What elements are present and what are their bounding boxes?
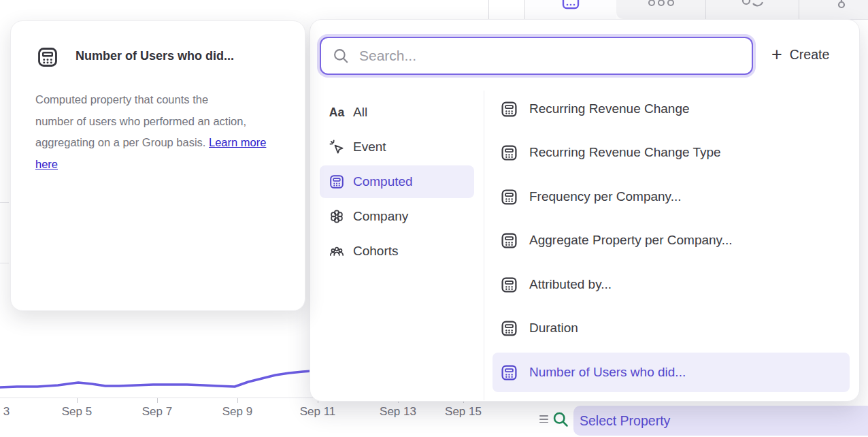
property-item[interactable]: Attributed by... [493,265,850,304]
inactive-tab-group [616,0,868,19]
retention-icon [741,0,765,7]
insights-board-icon [562,0,580,10]
tooltip-body-line: Computed property that counts the [35,89,282,111]
select-property-button[interactable]: Select Property [573,406,868,436]
calculator-icon [500,319,518,338]
flows-icon [837,0,846,10]
property-tooltip-card: Number of Users who did... Computed prop… [10,20,305,311]
calculator-icon [500,188,518,206]
toolbar-divider [488,0,489,20]
axis-tick [77,398,78,403]
tab-funnels[interactable] [616,0,705,19]
axis-label: Sep 13 [380,405,416,419]
property-item[interactable]: Frequency per Company... [493,177,850,216]
cohorts-people-icon [328,243,346,259]
calculator-icon [500,231,518,250]
search-input-wrapper [320,37,753,75]
property-item[interactable]: Recurring Revenue Change Type [493,133,850,172]
panel-divider [484,91,484,400]
select-property-label: Select Property [580,413,670,429]
calculator-icon [500,276,518,294]
drag-handle-icon[interactable] [539,415,549,425]
property-item[interactable]: Recurring Revenue Change [493,89,850,129]
tab-flows[interactable] [799,0,868,19]
category-event[interactable]: Event [320,131,474,163]
chart-type-tabs [525,0,868,19]
calculator-icon [500,363,518,382]
calculator-icon [36,46,59,69]
axis-label: Sep 15 [445,405,482,419]
category-computed[interactable]: Computed [320,165,474,198]
axis-label: Sep 9 [222,405,252,419]
property-item[interactable]: Duration [493,308,850,348]
tab-insights[interactable] [525,0,616,19]
category-all[interactable]: Aa All [320,96,474,129]
event-click-icon [328,140,346,155]
calculator-icon [328,174,346,190]
search-icon[interactable] [552,410,570,429]
tooltip-body: Computed property that counts the number… [35,89,282,175]
axis-label: Sep 11 [300,405,336,419]
search-icon [332,47,350,65]
category-cohorts[interactable]: Cohorts [320,235,474,268]
axis-tick [237,398,238,403]
background-divider [0,202,9,203]
axis-tick [157,398,158,403]
plus-icon: + [771,44,782,65]
axis-label: Sep 3 [0,405,10,419]
tooltip-title: Number of Users who did... [76,49,234,63]
search-input[interactable] [358,47,745,65]
funnels-icon [648,0,674,8]
axis-label: Sep 5 [62,405,92,419]
property-picker-panel: + Create Aa All Event [310,19,860,402]
category-company[interactable]: Company [320,200,474,233]
property-item[interactable]: Number of Users who did... [493,353,850,392]
aa-text-icon: Aa [328,106,346,120]
calculator-icon [500,100,518,118]
create-button[interactable]: + Create [771,44,829,65]
app-root: Sep 3 Sep 5 Sep 7 Sep 9 Sep 11 Sep 13 Se… [0,0,868,437]
property-item[interactable]: Aggregate Property per Company... [493,221,850,260]
company-flower-icon [328,208,346,225]
tab-retention[interactable] [706,0,799,19]
calculator-icon [500,144,518,162]
background-divider [0,263,9,263]
tooltip-body-line: aggregating on a per Group basis. [35,136,205,148]
tooltip-body-line: number of users who performed an action, [35,111,282,133]
axis-label: Sep 7 [142,405,172,419]
